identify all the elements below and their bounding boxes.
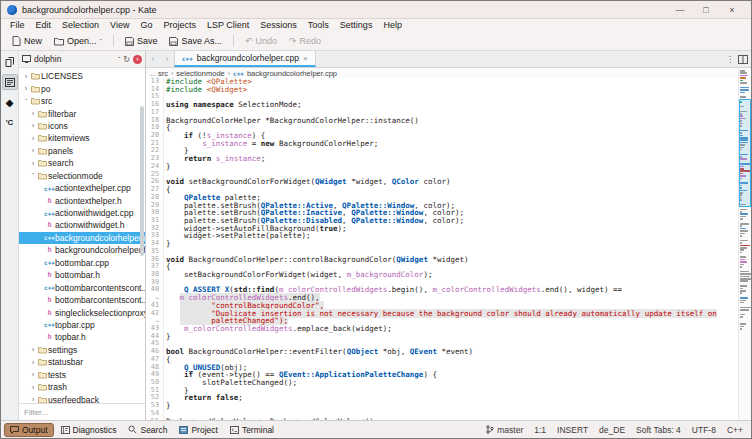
tree-item-bottombarcontentscont-[interactable]: c++bottombarcontentscont... [19,281,145,293]
menu-selection[interactable]: Selection [57,19,104,32]
code-view[interactable]: 13#include <QPalette>14#include <QWidget… [146,78,738,420]
tree-item-backgroundcolorhelper-c-[interactable]: c++backgroundcolorhelper.c... [19,232,145,244]
breadcrumb-collapse-icon[interactable]: ‥ [150,69,155,78]
expand-arrow-icon[interactable]: › [29,109,37,118]
tab-backgroundcolorhelper[interactable]: c++ backgroundcolorhelper.cpp × [174,51,316,67]
git-branch-status[interactable]: master [486,425,523,435]
tree-item-statusbar[interactable]: ›statusbar [19,356,145,368]
toolview-button-output[interactable]: Output [4,423,54,437]
toolview-button-project[interactable]: Project [174,424,222,436]
breadcrumb-selectionmode[interactable]: selectionmode [176,69,224,78]
syntax-mode-status[interactable]: C++ [727,425,743,435]
tree-item-icons[interactable]: ›icons [19,120,145,132]
open-button[interactable]: Open... ˇ [49,34,107,48]
expand-arrow-icon[interactable]: › [29,134,37,143]
expand-arrow-icon[interactable]: › [29,121,37,130]
dictionary-status[interactable]: de_DE [599,425,625,435]
tree-item-licenses[interactable]: ›LICENSES [19,70,145,82]
menu-projects[interactable]: Projects [158,19,201,32]
code-line[interactable]: 50 slotPaletteChanged(); [146,379,738,387]
tree-item-actiontexthelper-cpp[interactable]: c++actiontexthelper.cpp [19,182,145,194]
collapse-arrow-icon[interactable]: ˇ [29,171,37,180]
code-line[interactable]: 23 return s_instance; [146,155,738,163]
menu-go[interactable]: Go [135,19,157,32]
project-error-badge[interactable]: × [133,55,142,64]
menu-sessions[interactable]: Sessions [255,19,302,32]
code-line[interactable]: 34} [146,240,738,248]
tree-item-actionwithwidget-h[interactable]: hactionwithwidget.h [19,219,145,231]
code-line[interactable]: 16using namespace SelectionMode; [146,101,738,109]
code-line[interactable]: 21 s_instance = new BackgroundColorHelpe… [146,140,738,148]
expand-arrow-icon[interactable]: › [29,383,37,392]
tab-close-icon[interactable]: × [303,54,308,63]
more-options-icon[interactable]: ⋮ [726,55,734,64]
menu-lsp-client[interactable]: LSP Client [202,19,254,32]
toolview-button-terminal[interactable]: Terminal [225,424,279,436]
undo-button[interactable]: ↶ Undo [240,34,282,48]
tree-item-src[interactable]: ˇsrc [19,95,145,107]
expand-arrow-icon[interactable]: › [29,159,37,168]
maximize-button[interactable]: □ [693,1,719,19]
toolview-button-diagnostics[interactable]: Diagnostics [56,424,122,436]
tree-item-actionwithwidget-cpp[interactable]: c++actionwithwidget.cpp [19,207,145,219]
expand-arrow-icon[interactable]: › [29,370,37,379]
split-view-icon[interactable] [738,55,748,64]
menu-view[interactable]: View [105,19,134,32]
code-line[interactable]: 18BackgroundColorHelper *BackgroundColor… [146,117,738,125]
tree-filter-input[interactable]: Filter... [19,403,145,420]
project-selector[interactable]: dolphin [34,54,115,64]
documents-toolview-button[interactable] [2,54,18,70]
code-line[interactable]: 52 return false; [146,394,738,402]
tree-item-actiontexthelper-h[interactable]: hactiontexthelper.h [19,194,145,206]
tree-item-topbar-h[interactable]: htopbar.h [19,331,145,343]
tree-item-kitemviews[interactable]: ›kitemviews [19,132,145,144]
breadcrumb-file[interactable]: backgroundcolorhelper.cpp [247,69,337,78]
tree-item-selectionmode[interactable]: ˇselectionmode [19,170,145,182]
expand-arrow-icon[interactable]: › [29,395,37,403]
menu-help[interactable]: Help [378,19,407,32]
tree-item-topbar-cpp[interactable]: c++topbar.cpp [19,319,145,331]
project-dropdown-chevron-icon[interactable]: ˇ [118,55,121,64]
tree-item-panels[interactable]: ›panels [19,145,145,157]
save-as-button[interactable]: Save As... [164,34,227,48]
tree-item-userfeedback[interactable]: ›userfeedback [19,393,145,403]
toolview-button-search[interactable]: Search [123,424,172,436]
code-line[interactable]: 53} [146,402,738,410]
history-forward-icon[interactable]: › [160,51,174,67]
tree-item-bottombarcontentscont-[interactable]: hbottombarcontentscont... [19,294,145,306]
tree-item-tests[interactable]: ›tests [19,369,145,381]
tree-item-singleclickselectionproxy-[interactable]: hsingleclickselectionproxy... [19,306,145,318]
close-button[interactable]: × [719,1,745,19]
menu-file[interactable]: File [5,19,30,32]
code-line[interactable]: 14#include <QWidget> [146,86,738,94]
tree-item-search[interactable]: ›search [19,157,145,169]
new-button[interactable]: New [7,34,47,48]
menu-settings[interactable]: Settings [335,19,378,32]
project-reload-icon[interactable]: ↻ [123,55,130,64]
menu-edit[interactable]: Edit [31,19,57,32]
minimap-viewport[interactable] [739,99,751,207]
tree-item-bottombar-cpp[interactable]: c++bottombar.cpp [19,257,145,269]
input-mode-status[interactable]: INSERT [557,425,588,435]
expand-arrow-icon[interactable]: › [22,84,30,93]
tree-item-filterbar[interactable]: ›filterbar [19,107,145,119]
code-line[interactable]: 24} [146,163,738,171]
encoding-status[interactable]: UTF-8 [692,425,716,435]
projects-toolview-button[interactable] [2,74,18,90]
tree-item-trash[interactable]: ›trash [19,381,145,393]
minimap-scrollbar[interactable] [738,68,751,420]
menu-tools[interactable]: Tools [303,19,334,32]
minimize-button[interactable]: — [667,1,693,19]
history-back-icon[interactable]: ‹ [146,51,160,67]
open-dropdown-chevron-icon[interactable]: ˇ [100,38,102,45]
collapse-arrow-icon[interactable]: ˇ [22,97,30,106]
expand-arrow-icon[interactable]: › [29,358,37,367]
code-line[interactable]: 46bool BackgroundColorHelper::eventFilte… [146,348,738,356]
expand-arrow-icon[interactable]: › [29,345,37,354]
tab-width-status[interactable]: Soft Tabs: 4 [636,425,681,435]
tree-item-bottombar-h[interactable]: hbottombar.h [19,269,145,281]
symbols-toolview-button[interactable]: 'C [2,114,18,130]
expand-arrow-icon[interactable]: › [29,146,37,155]
save-button[interactable]: Save [120,34,163,48]
tree-item-po[interactable]: ›po [19,82,145,94]
